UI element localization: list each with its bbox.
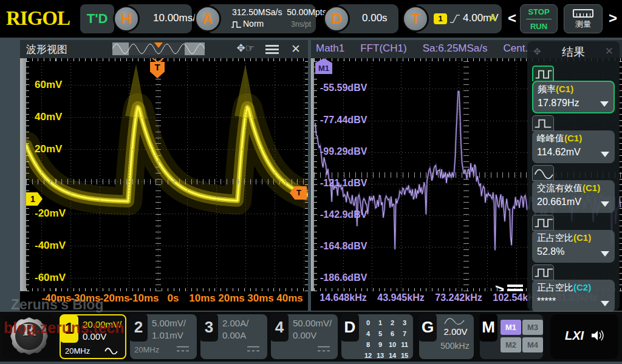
measure-button[interactable]: 测量 <box>564 4 603 33</box>
sine-icon <box>532 165 554 181</box>
gridline-v <box>275 58 275 291</box>
result-item-box[interactable]: 正占空比(C1)52.8% <box>532 230 615 263</box>
result-label: 峰峰值(C1) <box>537 133 582 144</box>
pulse-icon <box>231 20 242 29</box>
waveform-panel-header[interactable]: 波形视图 ✥☞ ✕ <box>20 40 308 58</box>
gridline-v <box>187 58 188 291</box>
digital-ch-5: 5 <box>374 329 386 339</box>
dc-coupling-icon <box>247 345 260 356</box>
expand-menu-icon[interactable]: > <box>495 280 524 291</box>
close-icon[interactable]: ✕ <box>291 42 301 56</box>
trigger-status-indicator[interactable]: T'D <box>80 4 114 33</box>
wave-y-label: 40mV <box>35 111 62 123</box>
dc-coupling-icon <box>317 345 330 356</box>
beeper-icon[interactable] <box>590 329 605 342</box>
result-item-box[interactable]: 交流有效值(C1)20.661mV <box>532 180 615 213</box>
center-hline-ticks <box>26 179 308 184</box>
result-item-box[interactable]: 正占空比(C2)***** <box>532 280 615 312</box>
center-vline-ticks <box>463 58 469 291</box>
results-close-icon[interactable]: ✕ <box>605 45 613 58</box>
fft-panel-title: Math1FFT(CH1)Sa:6.25MSa/sCent... <box>316 42 534 55</box>
result-value: 52.8% <box>537 246 564 257</box>
math-button-m3[interactable]: M3 <box>522 320 543 335</box>
acquire-knob[interactable]: A <box>194 5 221 32</box>
waveform-graticule[interactable]: T 1 T 60mV40mV20mV-20mV-40mV-60mV <box>26 58 308 291</box>
channel-scale: 50.00mV/ <box>293 318 332 328</box>
result-item-box[interactable]: 频率(C1)17.879Hz <box>532 81 615 113</box>
fft-x-label: 14.648kHz <box>320 292 366 303</box>
top-ruler-ticks <box>26 58 308 61</box>
digital-ch-8: 8 <box>362 340 374 349</box>
trigger-status-text: T'D <box>80 4 114 33</box>
sample-rate-and-depth: 312.50MSa/s 50.00Mpts <box>232 7 327 17</box>
digital-ch-12: 12 <box>362 351 374 360</box>
bottom-ruler-ticks <box>26 288 308 291</box>
channel-offset: 0.00V <box>293 330 316 340</box>
top-status-bar: RIGOL T'D 10.00ms/ H 312.50MSa/s 50.00Mp… <box>0 0 622 38</box>
result-item[interactable]: 正占空比(C1)52.8% <box>532 215 615 263</box>
dropdown-caret-icon[interactable] <box>601 301 609 306</box>
gridline-v <box>304 58 304 291</box>
results-header[interactable]: ✥ 结果 ✕ <box>527 41 620 63</box>
channel-block-4[interactable]: 450.00mV/0.00V <box>271 314 338 359</box>
result-label: 正占空比(C1) <box>537 232 591 244</box>
result-item[interactable]: 峰峰值(C1)114.62mV <box>532 115 615 164</box>
result-item[interactable]: 正占空比(C2)***** <box>532 265 615 313</box>
gridline-v <box>129 58 129 291</box>
ac-coupling-icon <box>104 346 118 357</box>
dropdown-caret-icon[interactable] <box>600 101 609 107</box>
math-button-m2[interactable]: M2 <box>501 337 521 352</box>
toolbar-next-arrow[interactable]: > <box>609 10 617 27</box>
stop-run-button[interactable]: STOP RUN <box>520 4 558 33</box>
result-value: 114.62mV <box>537 147 581 158</box>
dropdown-caret-icon[interactable] <box>601 251 609 257</box>
acquire-settings[interactable]: 312.50MSa/s 50.00Mpts Norm 3ns/pt <box>207 4 316 33</box>
result-item[interactable]: 交流有效值(C1)20.661mV <box>532 165 615 214</box>
result-source: (C2) <box>573 282 591 292</box>
fft-title-item: FFT(CH1) <box>360 42 406 55</box>
trigger-knob[interactable]: T <box>402 5 429 32</box>
trigger-source-badge: 1 <box>434 13 447 24</box>
results-pan-icon[interactable]: ✥ <box>533 46 541 57</box>
math-block[interactable]: M M1M3M2M4 <box>480 314 543 359</box>
result-label: 频率(C1) <box>538 84 573 95</box>
fft-y-label: -55.59dBV <box>320 83 367 93</box>
generator-block[interactable]: G 2.00V 500kHz <box>419 314 474 359</box>
result-item-box[interactable]: 峰峰值(C1)114.62mV <box>532 130 615 163</box>
digital-channels-block[interactable]: D 0123456789101112131415 <box>341 314 413 359</box>
pan-hand-icon[interactable]: ✥☞ <box>237 42 255 55</box>
dc-coupling-icon <box>176 345 190 356</box>
math-button-m1[interactable]: M1 <box>501 320 521 335</box>
wave-x-label: 10ms <box>189 292 215 305</box>
waveform-panel-title: 波形视图 <box>26 42 67 56</box>
channel-bandwidth: 20MHz <box>65 346 90 356</box>
delay-knob[interactable]: D <box>323 5 350 32</box>
result-item[interactable]: 频率(C1)17.879Hz <box>532 66 615 114</box>
duty-icon <box>532 215 554 231</box>
left-ruler-ticks <box>314 58 317 291</box>
menu-icon[interactable] <box>265 45 279 54</box>
dropdown-caret-icon[interactable] <box>601 152 609 157</box>
vertical-scrollbar[interactable] <box>20 58 26 291</box>
channel-block-3[interactable]: 32.00A/0.00A <box>200 314 267 359</box>
gridline-v <box>100 58 100 291</box>
channel-number-badge: 3 <box>200 314 218 342</box>
wave-y-label: -20mV <box>35 207 66 220</box>
math-button-m4[interactable]: M4 <box>522 337 543 352</box>
channel-block-2[interactable]: 25.00mV/1.01mV20MHz <box>130 314 197 359</box>
gridline-v <box>245 58 246 291</box>
waveform-overview-strip[interactable] <box>112 42 205 55</box>
gen-amplitude: 2.00V <box>440 326 471 337</box>
gridline-h <box>26 149 308 150</box>
toolbar-prev-arrow[interactable]: < <box>508 10 516 27</box>
digital-ch-7: 7 <box>398 329 411 339</box>
acquire-resolution: 3ns/pt <box>291 20 311 29</box>
dropdown-caret-icon[interactable] <box>601 201 609 207</box>
lxi-status-block[interactable]: LXI <box>550 314 618 359</box>
result-value: ***** <box>537 296 556 307</box>
wave-y-label: -60mV <box>35 272 66 284</box>
channel-number-badge: 4 <box>270 314 289 342</box>
horizontal-knob[interactable]: H <box>113 5 140 32</box>
result-label: 交流有效值(C1) <box>537 183 600 194</box>
wave-y-label: 20mV <box>35 143 62 155</box>
